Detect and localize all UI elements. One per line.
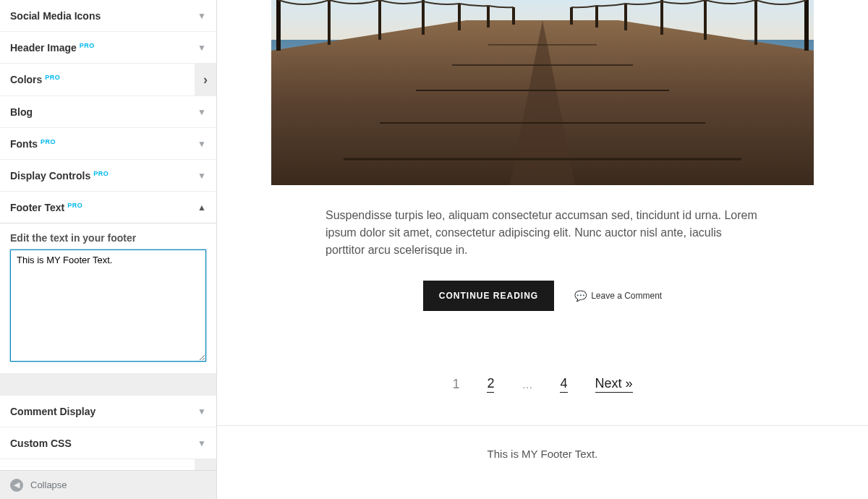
customizer-sidebar: Social Media Icons ▼ Header ImagePRO ▼ C… (0, 0, 217, 499)
chevron-right-icon: › (195, 64, 216, 95)
sidebar-item-label: Header Image (10, 42, 77, 54)
sidebar-item-blog[interactable]: Blog ▼ (0, 96, 216, 128)
pro-badge: PRO (67, 202, 82, 209)
chevron-down-icon: ▼ (197, 438, 206, 448)
pro-badge: PRO (45, 74, 60, 81)
sidebar-item-label: Footer Text (10, 202, 64, 213)
post-featured-image (271, 0, 814, 185)
chevron-right-icon: › (195, 459, 216, 470)
continue-reading-button[interactable]: CONTINUE READING (423, 281, 554, 311)
sidebar-item-colors[interactable]: ColorsPRO › (0, 64, 216, 96)
collapse-button[interactable]: ◀ Collapse (0, 470, 216, 499)
chevron-down-icon: ▼ (197, 171, 206, 181)
pagination: 1 2 … 4 Next » (452, 376, 632, 393)
sidebar-item-social-media-icons[interactable]: Social Media Icons ▼ (0, 0, 216, 32)
sidebar-item-label: Display Controls (10, 170, 90, 182)
sidebar-item-label: Blog (10, 106, 33, 118)
chevron-down-icon: ▼ (197, 107, 206, 117)
sidebar-item-footer-text[interactable]: Footer TextPRO ▲ (0, 192, 216, 223)
page-link-2[interactable]: 2 (487, 376, 494, 393)
sidebar-item-label: Comment Display (10, 406, 95, 417)
panel-gap (0, 374, 216, 396)
collapse-icon: ◀ (10, 479, 23, 492)
footer-text-label: Edit the text in your footer (10, 232, 206, 244)
site-footer: This is MY Footer Text. (217, 425, 868, 482)
chevron-down-icon: ▼ (197, 11, 206, 21)
sidebar-item-widgets[interactable]: Widgets › (0, 459, 216, 470)
page-next[interactable]: Next » (595, 376, 633, 393)
sidebar-item-label: Fonts (10, 138, 38, 150)
sidebar-content: Social Media Icons ▼ Header ImagePRO ▼ C… (0, 0, 216, 470)
comment-icon: 💬 (574, 290, 587, 302)
pro-badge: PRO (41, 138, 56, 145)
sidebar-item-label: Colors (10, 74, 42, 85)
sidebar-item-label: Social Media Icons (10, 10, 101, 22)
collapse-label: Collapse (30, 479, 67, 490)
footer-text: This is MY Footer Text. (488, 448, 598, 460)
leave-comment-link[interactable]: 💬 Leave a Comment (574, 290, 662, 302)
post-actions: CONTINUE READING 💬 Leave a Comment (423, 281, 662, 311)
preview-pane: Suspendisse turpis leo, aliquam consecte… (217, 0, 868, 499)
post-text: Suspendisse turpis leo, aliquam consecte… (326, 207, 760, 259)
sidebar-item-header-image[interactable]: Header ImagePRO ▼ (0, 32, 216, 64)
chevron-down-icon: ▼ (197, 406, 206, 417)
sidebar-item-display-controls[interactable]: Display ControlsPRO ▼ (0, 160, 216, 192)
pagination-dots: … (522, 378, 532, 391)
chevron-down-icon: ▼ (197, 139, 206, 149)
comment-link-label: Leave a Comment (591, 291, 662, 301)
page-link-4[interactable]: 4 (560, 376, 567, 393)
chevron-down-icon: ▼ (197, 43, 206, 53)
post-excerpt: Suspendisse turpis leo, aliquam consecte… (326, 207, 760, 259)
page-current: 1 (452, 377, 459, 392)
chevron-up-icon: ▲ (197, 202, 206, 213)
sidebar-item-comment-display[interactable]: Comment Display ▼ (0, 396, 216, 427)
sidebar-item-custom-css[interactable]: Custom CSS ▼ (0, 427, 216, 459)
footer-text-input[interactable] (10, 250, 206, 362)
sidebar-item-label: Custom CSS (10, 438, 72, 449)
pro-badge: PRO (93, 170, 109, 177)
footer-text-panel: Edit the text in your footer (0, 223, 216, 374)
pro-badge: PRO (80, 42, 95, 49)
sidebar-item-fonts[interactable]: FontsPRO ▼ (0, 128, 216, 160)
